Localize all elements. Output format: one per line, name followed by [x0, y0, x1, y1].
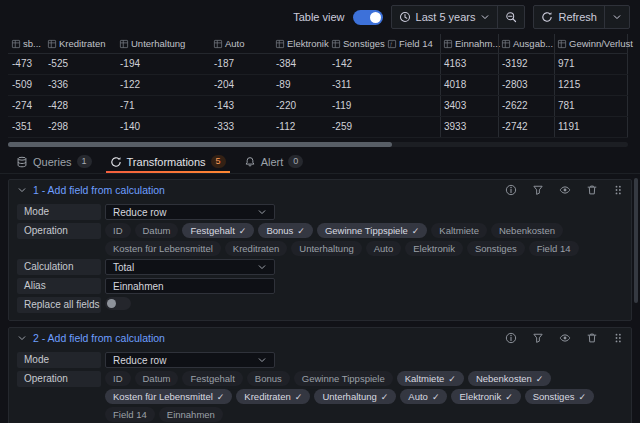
field-chip-label: Field 14 [537, 243, 571, 254]
field-chip[interactable]: Sonstiges [525, 389, 594, 404]
eye-icon[interactable] [559, 184, 571, 196]
field-chip[interactable]: Kaltmiete [431, 223, 487, 238]
field-chip[interactable]: Sonstiges [467, 241, 525, 256]
calculation-value: Total [113, 262, 134, 273]
grid-field-icon [47, 39, 57, 49]
field-chip[interactable]: Auto [366, 241, 402, 256]
field-chip[interactable]: Festgehalt [182, 223, 254, 238]
drag-handle-icon[interactable] [613, 332, 623, 344]
field-chip[interactable]: Kreditraten [236, 389, 310, 404]
field-chip-label: Gewinne Tippspiele [325, 225, 408, 236]
field-chip[interactable]: Datum [135, 223, 179, 238]
field-chip[interactable]: Auto [400, 389, 447, 404]
column-header[interactable]: Gewinn/Verlust [554, 34, 628, 53]
check-icon [381, 392, 389, 402]
eye-icon[interactable] [559, 332, 571, 344]
table-row: -473-525-194-187-384-1424163-3192971 [8, 54, 628, 75]
column-header[interactable]: Auto [210, 34, 272, 53]
filter-icon[interactable] [532, 184, 544, 196]
info-icon[interactable] [505, 332, 517, 344]
vertical-scrollbar[interactable] [634, 178, 638, 303]
column-header[interactable]: Ausgab... [498, 34, 554, 53]
field-chip[interactable]: Gewinne Tippspiele [294, 371, 393, 386]
tab-transformations[interactable]: Transformations 5 [102, 150, 234, 173]
field-chip[interactable]: Nebenkosten [468, 371, 552, 386]
table-cell: -220 [272, 96, 328, 116]
table-cell: 1191 [554, 117, 628, 137]
field-chip[interactable]: Kosten für Lebensmittel [105, 241, 221, 256]
collapse-caret-icon[interactable] [17, 333, 27, 343]
table-cell: 4018 [440, 75, 498, 95]
column-header[interactable]: fField 14 [384, 34, 440, 53]
field-chip[interactable]: Field 14 [105, 407, 155, 422]
field-chip[interactable]: Datum [135, 371, 179, 386]
check-icon [578, 392, 586, 402]
transformation-title[interactable]: 1 - Add field from calculation [33, 184, 165, 196]
mode-label: Mode [17, 352, 101, 368]
column-label: Kreditraten [59, 38, 105, 49]
chevron-down-icon [612, 12, 622, 22]
mode-label: Mode [17, 204, 101, 220]
column-header[interactable]: Elektronik [272, 34, 328, 53]
field-chip-label: ID [113, 225, 123, 236]
field-chip[interactable]: Elektronik [451, 389, 520, 404]
tab-alert[interactable]: Alert 0 [236, 150, 312, 173]
zoom-out-icon [505, 11, 517, 23]
horizontal-scrollbar[interactable] [8, 142, 628, 147]
mode-select[interactable]: Reduce row [105, 204, 275, 220]
refresh-button[interactable]: Refresh [534, 6, 604, 28]
time-range-button[interactable]: Last 5 years [392, 6, 498, 28]
scrollbar-thumb[interactable] [8, 142, 392, 147]
field-chip-label: ID [113, 373, 123, 384]
replace-all-fields-toggle[interactable] [105, 297, 131, 310]
refresh-label: Refresh [558, 11, 597, 23]
info-icon[interactable] [505, 184, 517, 196]
field-chip-label: Festgehalt [190, 373, 234, 384]
column-label: Elektronik [287, 38, 329, 49]
chevron-down-icon [257, 355, 267, 365]
table-row: -274-428-71-143-220-1193403-2622781 [8, 96, 628, 117]
field-chip[interactable]: Kreditraten [225, 241, 287, 256]
column-header[interactable]: Sonstiges [328, 34, 384, 53]
refresh-interval-button[interactable] [604, 6, 629, 28]
table-cell: -311 [328, 75, 384, 95]
transformation-card-header: 1 - Add field from calculation [9, 180, 631, 200]
field-chip[interactable]: Unterhaltung [314, 389, 396, 404]
field-chip[interactable]: Elektronik [405, 241, 463, 256]
filter-icon[interactable] [532, 332, 544, 344]
field-chip[interactable]: Festgehalt [182, 371, 242, 386]
chevron-down-icon [480, 12, 490, 22]
drag-handle-icon[interactable] [613, 184, 623, 196]
field-chip[interactable]: ID [105, 371, 131, 386]
field-chip[interactable]: Unterhaltung [291, 241, 361, 256]
field-chip[interactable]: Einnahmen [159, 407, 223, 422]
transformation-title[interactable]: 2 - Add field from calculation [33, 332, 165, 344]
field-chip[interactable]: Bonus [258, 223, 312, 238]
field-chip[interactable]: Field 14 [529, 241, 579, 256]
field-chip-label: Unterhaltung [322, 391, 376, 402]
column-header[interactable]: Kreditraten [44, 34, 116, 53]
chevron-down-icon [257, 262, 267, 272]
column-header[interactable]: Unterhaltung [116, 34, 210, 53]
field-chip[interactable]: Gewinne Tippspiele [317, 223, 427, 238]
field-chip[interactable]: Nebenkosten [491, 223, 563, 238]
table-cell: -274 [8, 96, 44, 116]
calculation-select[interactable]: Total [105, 259, 275, 275]
field-chip[interactable]: Bonus [247, 371, 290, 386]
trash-icon[interactable] [586, 332, 598, 344]
field-chip[interactable]: ID [105, 223, 131, 238]
tab-queries[interactable]: Queries 1 [8, 150, 100, 173]
column-header[interactable]: sb... [8, 34, 44, 53]
field-chip[interactable]: Kaltmiete [397, 371, 464, 386]
column-header[interactable]: Einnahm... [440, 34, 498, 53]
alias-input[interactable] [105, 278, 275, 294]
zoom-out-button[interactable] [497, 6, 524, 28]
tab-label: Queries [33, 156, 72, 168]
trash-icon[interactable] [586, 184, 598, 196]
table-view-toggle[interactable] [353, 10, 383, 25]
field-chip[interactable]: Kosten für Lebensmittel [105, 389, 232, 404]
chevron-down-icon [257, 207, 267, 217]
mode-select[interactable]: Reduce row [105, 352, 275, 368]
collapse-caret-icon[interactable] [17, 185, 27, 195]
table-cell: -140 [116, 117, 210, 137]
